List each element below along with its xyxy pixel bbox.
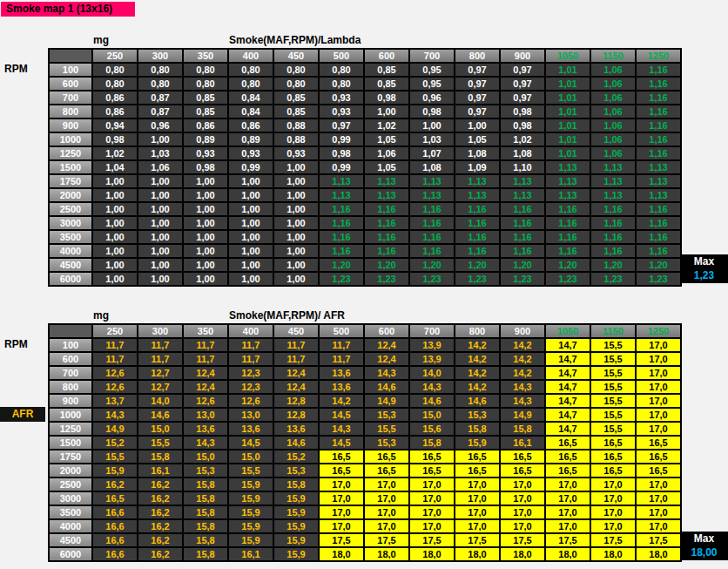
map-cell-6000-1150[interactable]: 1,23	[590, 272, 636, 286]
map-cell-600-800[interactable]: 0,97	[455, 77, 500, 91]
map-cell-1500-1250[interactable]: 1,13	[636, 160, 681, 174]
map-cell-800-350[interactable]: 12,4	[183, 380, 228, 394]
map-cell-1750-600[interactable]: 16,5	[364, 450, 409, 464]
map-cell-1250-250[interactable]: 14,9	[92, 422, 138, 436]
map-cell-700-1050[interactable]: 1,01	[545, 91, 590, 105]
map-cell-3000-1150[interactable]: 1,16	[590, 216, 636, 230]
map-cell-3000-250[interactable]: 16,5	[92, 491, 138, 505]
map-cell-700-500[interactable]: 0,93	[319, 91, 364, 105]
map-cell-100-600[interactable]: 12,4	[364, 338, 409, 352]
map-cell-800-250[interactable]: 0,86	[92, 105, 138, 119]
map-cell-1750-1250[interactable]: 1,13	[636, 174, 681, 188]
map-cell-6000-300[interactable]: 16,2	[138, 547, 183, 561]
map-cell-1000-250[interactable]: 0,98	[92, 132, 138, 146]
map-cell-1500-600[interactable]: 1,05	[364, 160, 409, 174]
map-cell-6000-300[interactable]: 1,00	[138, 272, 183, 286]
map-cell-900-400[interactable]: 0,86	[228, 119, 273, 132]
map-cell-2000-800[interactable]: 16,5	[455, 464, 500, 478]
map-cell-2000-1150[interactable]: 16,5	[590, 464, 636, 478]
map-cell-1250-700[interactable]: 1,07	[409, 146, 455, 160]
map-cell-800-900[interactable]: 0,98	[500, 105, 545, 119]
map-cell-4500-350[interactable]: 15,8	[183, 533, 228, 547]
map-cell-3000-1250[interactable]: 1,16	[636, 216, 681, 230]
map-cell-700-700[interactable]: 0,96	[409, 91, 455, 105]
map-cell-900-600[interactable]: 1,02	[364, 119, 409, 132]
map-cell-1000-800[interactable]: 15,3	[455, 408, 500, 422]
map-cell-1000-400[interactable]: 0,89	[228, 132, 273, 146]
map-cell-800-1150[interactable]: 1,06	[590, 105, 636, 119]
map-cell-3000-800[interactable]: 17,0	[455, 491, 500, 505]
map-cell-600-900[interactable]: 14,2	[500, 352, 545, 366]
map-cell-100-800[interactable]: 0,97	[455, 63, 500, 77]
map-cell-3500-450[interactable]: 1,00	[273, 230, 319, 244]
map-cell-800-1050[interactable]: 14,7	[545, 380, 590, 394]
map-cell-700-900[interactable]: 0,97	[500, 91, 545, 105]
map-cell-4500-500[interactable]: 17,5	[319, 533, 364, 547]
map-cell-800-250[interactable]: 12,6	[92, 380, 138, 394]
map-cell-700-1050[interactable]: 14,7	[545, 366, 590, 380]
map-cell-1250-500[interactable]: 14,3	[319, 422, 364, 436]
map-cell-1750-1150[interactable]: 1,13	[590, 174, 636, 188]
map-cell-1000-500[interactable]: 0,99	[319, 132, 364, 146]
map-cell-4000-900[interactable]: 1,16	[500, 244, 545, 258]
map-cell-1500-700[interactable]: 1,08	[409, 160, 455, 174]
map-cell-6000-450[interactable]: 15,9	[273, 547, 319, 561]
map-cell-4500-800[interactable]: 17,5	[455, 533, 500, 547]
map-cell-1000-600[interactable]: 15,3	[364, 408, 409, 422]
map-cell-2500-1050[interactable]: 1,16	[545, 202, 590, 216]
map-cell-1750-400[interactable]: 15,0	[228, 450, 273, 464]
map-cell-4000-1150[interactable]: 17,0	[590, 519, 636, 533]
map-cell-600-350[interactable]: 0,80	[183, 77, 228, 91]
map-cell-3500-600[interactable]: 1,16	[364, 230, 409, 244]
map-cell-2500-250[interactable]: 16,2	[92, 478, 138, 491]
map-cell-4000-300[interactable]: 1,00	[138, 244, 183, 258]
map-cell-800-500[interactable]: 0,93	[319, 105, 364, 119]
map-cell-700-900[interactable]: 14,2	[500, 366, 545, 380]
map-cell-3500-350[interactable]: 15,8	[183, 505, 228, 519]
map-cell-2000-450[interactable]: 15,3	[273, 464, 319, 478]
map-cell-3000-800[interactable]: 1,16	[455, 216, 500, 230]
map-cell-1750-300[interactable]: 1,00	[138, 174, 183, 188]
map-cell-1000-700[interactable]: 1,03	[409, 132, 455, 146]
map-cell-900-300[interactable]: 0,96	[138, 119, 183, 132]
map-cell-4000-500[interactable]: 17,0	[319, 519, 364, 533]
map-cell-100-1250[interactable]: 17,0	[636, 338, 681, 352]
map-cell-800-1250[interactable]: 17,0	[636, 380, 681, 394]
map-cell-1000-300[interactable]: 14,6	[138, 408, 183, 422]
map-cell-2500-500[interactable]: 17,0	[319, 478, 364, 491]
map-cell-600-300[interactable]: 11,7	[138, 352, 183, 366]
map-cell-1500-500[interactable]: 0,99	[319, 160, 364, 174]
map-cell-900-1150[interactable]: 1,06	[590, 119, 636, 132]
map-cell-700-1150[interactable]: 1,06	[590, 91, 636, 105]
map-cell-800-600[interactable]: 14,6	[364, 380, 409, 394]
map-cell-6000-500[interactable]: 1,23	[319, 272, 364, 286]
map-cell-2500-350[interactable]: 15,8	[183, 478, 228, 491]
map-cell-2000-900[interactable]: 1,13	[500, 188, 545, 202]
map-cell-800-350[interactable]: 0,85	[183, 105, 228, 119]
map-cell-700-600[interactable]: 14,3	[364, 366, 409, 380]
map-cell-1000-800[interactable]: 1,05	[455, 132, 500, 146]
map-cell-100-350[interactable]: 11,7	[183, 338, 228, 352]
map-cell-800-1150[interactable]: 15,5	[590, 380, 636, 394]
map-cell-700-250[interactable]: 12,6	[92, 366, 138, 380]
map-cell-6000-1150[interactable]: 18,0	[590, 547, 636, 561]
map-cell-700-600[interactable]: 0,98	[364, 91, 409, 105]
map-cell-4000-600[interactable]: 17,0	[364, 519, 409, 533]
map-cell-2500-900[interactable]: 1,16	[500, 202, 545, 216]
map-cell-3000-350[interactable]: 1,00	[183, 216, 228, 230]
map-cell-800-300[interactable]: 12,7	[138, 380, 183, 394]
map-cell-4500-250[interactable]: 16,6	[92, 533, 138, 547]
map-cell-4000-1050[interactable]: 1,16	[545, 244, 590, 258]
map-cell-2000-1050[interactable]: 16,5	[545, 464, 590, 478]
map-cell-600-250[interactable]: 11,7	[92, 352, 138, 366]
map-cell-1500-400[interactable]: 14,5	[228, 436, 273, 450]
map-cell-3000-450[interactable]: 15,9	[273, 491, 319, 505]
map-cell-4000-1250[interactable]: 17,0	[636, 519, 681, 533]
map-cell-6000-400[interactable]: 16,1	[228, 547, 273, 561]
map-cell-3000-900[interactable]: 1,16	[500, 216, 545, 230]
map-cell-100-500[interactable]: 0,80	[319, 63, 364, 77]
map-cell-1750-1050[interactable]: 1,13	[545, 174, 590, 188]
map-cell-800-450[interactable]: 12,4	[273, 380, 319, 394]
map-cell-900-400[interactable]: 12,6	[228, 394, 273, 408]
map-cell-2500-800[interactable]: 1,16	[455, 202, 500, 216]
